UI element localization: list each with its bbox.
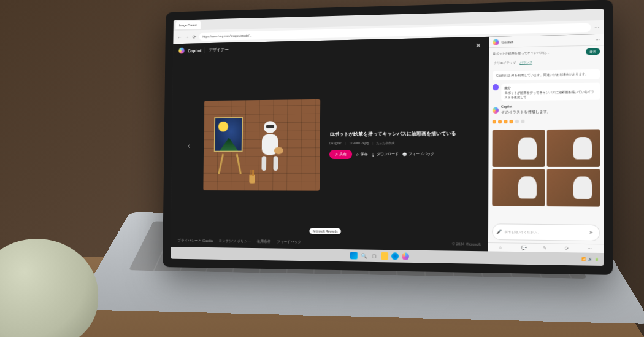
result-thumbnail[interactable] (546, 169, 600, 207)
mic-icon[interactable]: 🎤 (496, 230, 502, 234)
chat-icon[interactable]: 💬 (521, 245, 526, 250)
input-placeholder: 何でも聞いてください... (505, 230, 586, 235)
palette-illustration (274, 147, 283, 154)
copilot-logo-icon (493, 39, 499, 45)
browser-tab[interactable]: Image Creator (175, 21, 201, 30)
edge-icon[interactable] (391, 252, 399, 260)
style-tab-creative[interactable]: クリエイティブ (494, 61, 516, 66)
send-icon[interactable]: ➤ (589, 230, 596, 236)
result-thumbnail[interactable] (493, 130, 545, 167)
meta-time: たった今作成 (377, 141, 395, 145)
recent-button[interactable]: 最近 (586, 48, 600, 55)
boost-indicator (493, 119, 600, 124)
close-icon[interactable]: ✕ (474, 41, 483, 50)
footer-copyright: © 2024 Microsoft (452, 242, 480, 246)
brush-cup-illustration (249, 175, 255, 184)
system-message: Copilot は AI を利用しています。間違いがある場合があります。 (493, 69, 600, 80)
refresh-icon[interactable]: ⟳ (191, 34, 197, 40)
copilot-logo-icon (178, 48, 184, 54)
download-icon: ⭳ (371, 153, 375, 157)
result-thumbnail[interactable] (492, 169, 545, 206)
copilot-reply-text: そのイラストを作成します。 (501, 109, 551, 115)
rewards-tooltip: Microsoft Rewards (309, 228, 341, 234)
sidebar-title: Copilot (502, 40, 513, 44)
viewer-brand: Copilot (188, 48, 201, 53)
share-icon: ↗ (335, 152, 338, 157)
footer-feedback-link[interactable]: フィードバック (277, 239, 301, 244)
footer-policy-link[interactable]: コンテンツ ポリシー (219, 238, 251, 244)
taskview-icon[interactable]: ▢ (370, 252, 378, 260)
result-grid (492, 129, 600, 206)
copilot-message: Copilot そのイラストを作成します。 (492, 104, 600, 207)
style-tab-balanced[interactable]: バランス (519, 60, 532, 65)
home-icon[interactable]: ⌂ (499, 245, 504, 250)
sidebar-topic: ロボットが絵筆を持ってキャンバスに... (493, 50, 583, 55)
user-label: 自分 (504, 84, 596, 90)
image-viewer: ✕ Copilot デザイナー ‹ (171, 37, 489, 252)
easel-illustration (213, 117, 246, 174)
user-message: 自分 ロボットが絵筆を持ってキャンバスに油彩画を描いているイラストを生成して (493, 82, 600, 101)
meta-tool: Designer (329, 141, 342, 145)
back-icon[interactable]: ← (177, 34, 182, 41)
extensions-icon[interactable]: ⋯ (594, 24, 600, 31)
feedback-button[interactable]: 💬 フィードバック (402, 152, 434, 157)
image-info: ロボットが絵筆を持ってキャンバスに油彩画を描いている Designer | 17… (329, 130, 476, 159)
share-button[interactable]: ↗ 共有 (329, 150, 352, 159)
chat-input[interactable]: 🎤 何でも聞いてください... ➤ (492, 223, 600, 241)
copilot-label: Copilot (501, 104, 551, 109)
footer-terms-link[interactable]: 使用条件 (257, 239, 271, 244)
volume-icon[interactable]: 🔊 (588, 257, 592, 261)
copilot-sidebar: Copilot ⋯ ロボットが絵筆を持ってキャンバスに... 最近 クリエイティ… (488, 34, 604, 253)
save-button[interactable]: ☆ 保存 (356, 152, 368, 157)
compose-icon[interactable]: ✎ (543, 246, 548, 250)
download-button[interactable]: ⭳ ダウンロード (371, 152, 399, 157)
explorer-icon[interactable] (381, 252, 388, 260)
prev-arrow-icon[interactable]: ‹ (183, 139, 195, 151)
start-icon[interactable] (350, 252, 357, 259)
viewer-subtitle: デザイナー (209, 47, 229, 53)
settings-icon[interactable]: ⋯ (596, 37, 600, 42)
foreground-mug (0, 239, 98, 337)
system-tray[interactable]: 📶 🔊 🔋 (581, 257, 599, 261)
refresh-icon[interactable]: ⟳ (565, 246, 570, 250)
result-thumbnail[interactable] (546, 129, 600, 166)
footer-privacy-link[interactable]: プライバシーと Cookie (177, 238, 213, 244)
screen: Image Creator ← → ⟳ https://www.bing.com… (171, 9, 604, 266)
copilot-avatar-icon (493, 107, 499, 113)
bookmark-icon: ☆ (356, 152, 359, 157)
more-icon[interactable]: ⋯ (588, 246, 593, 251)
search-icon[interactable]: 🔍 (360, 252, 367, 259)
laptop: Image Creator ← → ⟳ https://www.bing.com… (95, 0, 626, 337)
user-prompt-text: ロボットが絵筆を持ってキャンバスに油彩画を描いているイラストを生成して (504, 90, 597, 99)
chat-body: Copilot は AI を利用しています。間違いがある場合があります。 自分 … (488, 65, 604, 222)
copilot-taskbar-icon[interactable] (402, 252, 409, 260)
wifi-icon[interactable]: 📶 (581, 257, 585, 261)
generated-image[interactable] (203, 99, 320, 191)
prompt-text: ロボットが絵筆を持ってキャンバスに油彩画を描いている (329, 130, 476, 138)
screen-bezel: Image Creator ← → ⟳ https://www.bing.com… (163, 0, 613, 275)
divider (205, 47, 205, 53)
forward-icon[interactable]: → (184, 34, 190, 40)
chat-icon: 💬 (402, 152, 407, 157)
battery-icon[interactable]: 🔋 (595, 257, 599, 261)
meta-dimensions: 1792×1024jpg (350, 141, 369, 145)
user-avatar-icon (493, 83, 499, 90)
